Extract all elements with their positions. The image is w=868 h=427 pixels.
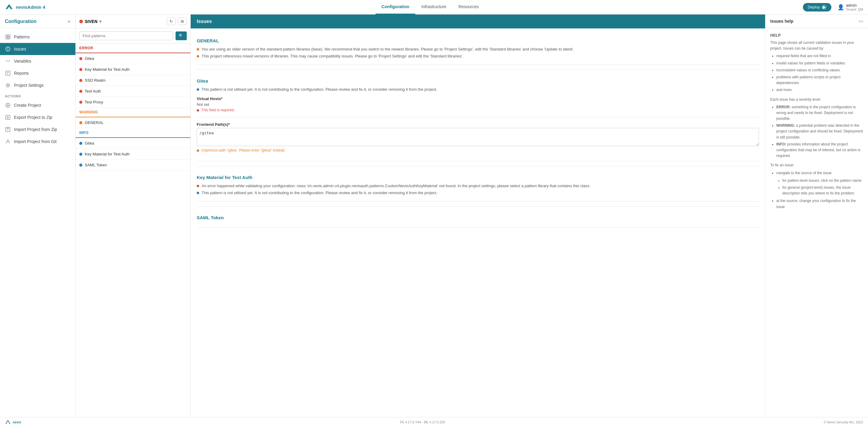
copyright: © Nevis Security AG, 2022 [824,420,863,424]
general-issue-1-text: You are using an older version of the st… [202,47,574,52]
cause-item: required fields that are not filled in [776,53,863,59]
pattern-item-test-auth-error[interactable]: Test Auth [76,86,190,97]
import-zip-icon [5,126,11,132]
project-selector[interactable]: SIVEN ▾ [79,19,101,24]
sidebar-collapse-button[interactable]: « [67,18,70,25]
frontend-paths-textarea[interactable]: /gitea [197,128,759,146]
general-issue-2-text: This project references mixed versions o… [202,54,463,58]
severity-intro: Each issue has a severity level: [770,97,863,102]
fix-step: at the source, change your configuration… [776,198,863,209]
variables-icon: <> [5,58,11,64]
issues-label: Issues [14,46,26,52]
app-name: nevisAdmin 4 [16,4,45,10]
actions-section-label: ACTIONS [0,91,75,99]
nav-resources[interactable]: Resources [453,0,485,14]
sidebar-action-export-zip[interactable]: Export Project to Zip [0,111,75,123]
help-panel: Issues help >> HELP This page shows all … [765,14,868,417]
pattern-name: Key Material for Test Auth [85,67,129,72]
info-section-header: INFO [76,128,190,138]
virtual-hosts-label: Virtual Hosts* [197,96,759,101]
help-section-heading: HELP [770,33,863,37]
deploy-play-icon: ▶ [822,5,827,10]
app-logo[interactable]: nevisAdmin 4 [5,3,45,11]
issues-title: Issues [197,19,212,24]
severity-error: ERROR: something in the project configur… [776,104,863,122]
pattern-name: Gitea [85,56,94,61]
sidebar-item-patterns[interactable]: Patterns [0,31,75,43]
error-dot [79,68,82,71]
pattern-item-key-material-error[interactable]: Key Material for Test Auth [76,64,190,75]
variables-label: Variables [14,59,31,64]
pattern-name: SSO Realm [85,78,105,83]
pattern-item-key-material-info[interactable]: Key Material for Test Auth [76,149,190,160]
info-dot [79,153,82,156]
pattern-item-test-proxy-error[interactable]: Test Proxy [76,97,190,108]
cause-item: and more. [776,87,863,93]
sidebar-action-create-project[interactable]: Create Project [0,99,75,111]
sidebar-header: Configuration « [0,14,75,28]
sidebar-action-import-zip[interactable]: Import Project from Zip [0,123,75,135]
issue-section-general: GENERAL You are using an older version o… [197,34,759,65]
error-dot [79,90,82,93]
pattern-name: Gitea [85,141,94,145]
pattern-item-sso-realm-error[interactable]: SSO Realm [76,75,190,86]
pattern-header-actions: ↻ ⊞ [167,18,187,25]
divider [197,206,759,206]
svg-rect-3 [8,37,10,39]
help-header: Issues help >> [766,14,868,28]
gitea-issue-1: This pattern is not utilised yet. It is … [197,87,759,92]
warning-dot [79,121,82,124]
warning-dot-inline [197,150,199,152]
reports-icon [5,70,11,76]
sidebar-item-reports[interactable]: Reports [0,67,75,79]
pattern-item-gitea-error[interactable]: Gitea [76,53,190,64]
import-git-icon [5,138,11,144]
help-expand-button[interactable]: >> [859,19,863,24]
user-tenant: Tenant: QM [846,7,863,11]
import-git-label: Import Project from Git [14,139,57,144]
search-button[interactable]: 🔍 [176,31,187,40]
create-project-label: Create Project [14,103,41,108]
nav-infrastructure[interactable]: Infrastructure [415,0,452,14]
warning-section-header: WARNING [76,108,190,117]
gitea-issue-1-text: This pattern is not utilised yet. It is … [202,87,437,92]
error-dot-icon [197,185,199,187]
frontend-paths-warning: Unprecise path '/gitea'. Please enter '/… [197,148,759,153]
deploy-button[interactable]: Deploy ▶ [803,3,831,11]
nav-configuration[interactable]: Configuration [376,0,415,14]
pattern-name: Key Material for Test Auth [85,152,129,156]
fix-steps-list: navigate to the source of the issue for … [770,170,863,210]
cause-item: inconsistent values or conflicting value… [776,67,863,73]
issues-body: GENERAL You are using an older version o… [191,28,765,417]
search-input[interactable] [79,31,173,40]
footer-logo: nevis [5,419,21,425]
pattern-item-saml-token-info[interactable]: SAML Token [76,160,190,170]
divider [197,166,759,166]
grid-view-button[interactable]: ⊞ [178,18,187,25]
pattern-name: SAML Token [85,163,107,167]
sidebar-item-issues[interactable]: Issues [0,43,75,55]
help-title: Issues help [770,19,793,24]
version-info: FE 4.17.0-744 - BE 4.17.0.326 [400,420,445,424]
user-icon: 👤 [837,4,844,10]
frontend-paths-label: Frontend Path(s)* [197,122,759,127]
sidebar-action-import-git[interactable]: Import Project from Git [0,135,75,147]
fix-intro: To fix an issue: [770,162,863,168]
sidebar-item-variables[interactable]: <> Variables [0,55,75,67]
issue-section-saml-token: SAML Token [197,211,759,228]
pattern-name: Test Auth [85,89,101,93]
refresh-button[interactable]: ↻ [167,18,176,25]
warning-dot-icon [197,48,199,51]
saml-token-section-title: SAML Token [197,215,759,220]
reports-label: Reports [14,71,29,76]
sidebar-item-project-settings[interactable]: Project Settings [0,79,75,91]
error-dot [79,79,82,82]
pattern-item-general-warning[interactable]: GENERAL [76,117,190,128]
info-dot-icon [197,192,199,194]
issues-header: Issues [191,14,765,28]
footer-nevis-icon [5,419,11,425]
help-desc-text: This page shows all current validation i… [770,40,863,52]
deploy-label: Deploy [808,5,820,9]
severity-list: ERROR: something in the project configur… [770,104,863,159]
pattern-item-gitea-info[interactable]: Gitea [76,138,190,149]
